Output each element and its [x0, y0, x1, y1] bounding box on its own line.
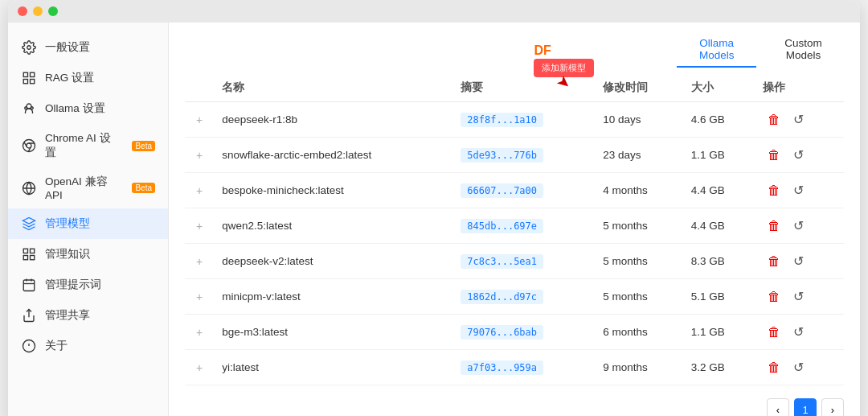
table-row: + yi:latest a7f03...959a 9 months 3.2 GB… [185, 350, 844, 385]
sidebar-label-general: 一般设置 [45, 40, 90, 55]
sidebar-item-rag[interactable]: RAG 设置 [8, 63, 168, 93]
openai-badge: Beta [132, 183, 155, 193]
delete-button[interactable]: 🗑 [763, 146, 785, 165]
app-window: 一般设置 RAG 设置 Ollama 设置 Chrome AI 设置 B [8, 0, 860, 416]
model-hash: 7c8c3...5ea1 [452, 244, 595, 279]
model-actions: 🗑 ↺ [755, 173, 844, 208]
table-row: + minicpm-v:latest 1862d...d97c 5 months… [185, 279, 844, 315]
expand-icon[interactable]: + [193, 149, 206, 162]
svg-rect-4 [31, 80, 35, 84]
col-time: 修改时间 [595, 74, 683, 102]
refresh-button[interactable]: ↺ [788, 145, 809, 165]
model-size: 1.1 GB [683, 138, 755, 173]
sidebar-item-models[interactable]: 管理模型 ➤ [8, 208, 168, 239]
sidebar-label-models: 管理模型 [45, 216, 90, 231]
refresh-button[interactable]: ↺ [788, 357, 809, 377]
expand-icon[interactable]: + [193, 220, 206, 233]
models-table-wrapper: 名称 摘要 修改时间 大小 操作 + deepseek-r1:8b 28f8f.… [169, 68, 860, 392]
table-row: + deepseek-v2:latest 7c8c3...5ea1 5 mont… [185, 244, 844, 279]
expand-icon[interactable]: + [193, 290, 206, 303]
sidebar-item-openai[interactable]: OpenAI 兼容 API Beta [8, 167, 168, 208]
refresh-button[interactable]: ↺ [788, 180, 809, 200]
sidebar-item-knowledge[interactable]: 管理知识 [8, 239, 168, 270]
model-name: bespoke-minicheck:latest [214, 173, 452, 208]
col-name: 名称 [214, 74, 452, 102]
sidebar-item-chrome-ai[interactable]: Chrome AI 设置 Beta [8, 124, 168, 167]
model-size: 8.3 GB [683, 244, 755, 279]
chrome-icon [21, 138, 37, 154]
models-icon [21, 216, 37, 232]
sidebar-item-about[interactable]: 关于 [8, 331, 168, 361]
maximize-button[interactable] [48, 6, 58, 16]
expand-cell[interactable]: + [185, 138, 214, 173]
expand-cell[interactable]: + [185, 173, 214, 208]
refresh-button[interactable]: ↺ [788, 286, 809, 307]
model-hash: 5de93...776b [452, 138, 595, 173]
expand-icon[interactable]: + [193, 113, 206, 126]
close-button[interactable] [18, 6, 27, 16]
expand-cell[interactable]: + [185, 208, 214, 244]
chrome-badge: Beta [132, 141, 155, 151]
expand-cell[interactable]: + [185, 244, 214, 279]
delete-button[interactable]: 🗑 [763, 323, 785, 342]
expand-icon[interactable]: + [193, 184, 206, 197]
refresh-button[interactable]: ↺ [788, 216, 809, 236]
next-page-button[interactable]: › [821, 398, 844, 416]
page-1-button[interactable]: 1 [794, 398, 817, 416]
model-time: 10 days [595, 102, 683, 138]
expand-icon[interactable]: + [193, 361, 206, 374]
model-size: 5.1 GB [683, 279, 755, 315]
expand-cell[interactable]: + [185, 102, 214, 138]
model-size: 4.6 GB [683, 102, 755, 138]
sidebar-item-share[interactable]: 管理共享 [8, 300, 168, 331]
svg-rect-18 [31, 256, 35, 260]
model-actions: 🗑 ↺ [755, 279, 844, 315]
table-row: + bespoke-minicheck:latest 66607...7a00 … [185, 173, 844, 208]
expand-cell[interactable]: + [185, 279, 214, 315]
sidebar-item-prompts[interactable]: 管理提示词 [8, 270, 168, 300]
model-hash: 79076...6bab [452, 315, 595, 350]
model-hash: 28f8f...1a10 [452, 102, 595, 138]
svg-point-6 [25, 107, 27, 109]
sidebar-item-general[interactable]: 一般设置 [8, 32, 168, 63]
sidebar-label-rag: RAG 设置 [45, 71, 94, 85]
delete-button[interactable]: 🗑 [763, 216, 785, 236]
model-name: snowflake-arctic-embed2:latest [214, 138, 452, 173]
delete-button[interactable]: 🗑 [763, 110, 785, 130]
model-name: qwen2.5:latest [214, 208, 452, 244]
tab-ollama-models[interactable]: Ollama Models [677, 32, 755, 68]
delete-button[interactable]: 🗑 [763, 358, 785, 377]
expand-icon[interactable]: + [193, 326, 206, 339]
expand-cell[interactable]: + [185, 315, 214, 350]
refresh-button[interactable]: ↺ [788, 322, 809, 342]
df-logo: DF [534, 43, 594, 58]
delete-button[interactable]: 🗑 [763, 252, 785, 271]
refresh-button[interactable]: ↺ [788, 251, 809, 271]
model-actions: 🗑 ↺ [755, 138, 844, 173]
sidebar-label-prompts: 管理提示词 [45, 278, 101, 292]
model-name: yi:latest [214, 350, 452, 385]
model-hash: 845db...697e [452, 208, 595, 244]
pagination: ‹ 1 › [169, 392, 860, 416]
refresh-button[interactable]: ↺ [788, 109, 809, 130]
col-size: 大小 [683, 74, 755, 102]
about-icon [21, 338, 37, 354]
rag-icon [21, 70, 37, 86]
model-size: 3.2 GB [683, 350, 755, 385]
openai-icon [21, 180, 37, 196]
sidebar-label-about: 关于 [45, 339, 68, 353]
delete-button[interactable]: 🗑 [763, 181, 785, 200]
delete-button[interactable]: 🗑 [763, 287, 785, 307]
model-time: 9 months [595, 350, 683, 385]
minimize-button[interactable] [33, 6, 43, 16]
prompts-icon [21, 277, 37, 293]
tab-custom-models[interactable]: Custom Models [763, 32, 844, 68]
model-time: 23 days [595, 138, 683, 173]
model-name: deepseek-r1:8b [214, 102, 452, 138]
expand-cell[interactable]: + [185, 350, 214, 385]
expand-icon[interactable]: + [193, 255, 206, 268]
model-name: deepseek-v2:latest [214, 244, 452, 279]
table-row: + bge-m3:latest 79076...6bab 6 months 1.… [185, 315, 844, 350]
sidebar-item-ollama[interactable]: Ollama 设置 [8, 93, 168, 124]
prev-page-button[interactable]: ‹ [767, 398, 789, 416]
